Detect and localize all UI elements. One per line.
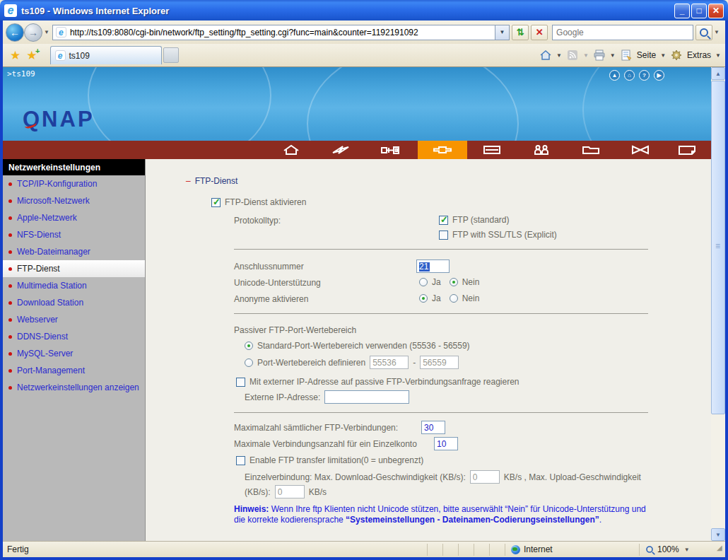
ftp-settings-form: –FTP-Dienst FTP-Dienst aktivieren Protok… (146, 159, 711, 541)
zoom-control[interactable]: 100% ▼ (639, 544, 717, 556)
divider (234, 412, 648, 413)
zoom-dropdown-icon[interactable]: ▼ (684, 547, 690, 553)
gear-icon[interactable] (670, 49, 683, 61)
url-text[interactable]: http://ts109:8080/cgi-bin/network/ftp_se… (70, 28, 418, 37)
bullet-icon (8, 352, 12, 356)
help-icon[interactable]: ? (639, 70, 650, 81)
passive-define-radio[interactable] (245, 358, 253, 367)
collapse-icon[interactable]: – (186, 176, 191, 186)
refresh-button[interactable]: ⇅ (512, 25, 529, 40)
bullet-icon (8, 318, 12, 322)
seite-label[interactable]: Seite (637, 50, 656, 60)
passive-from-input[interactable] (370, 356, 409, 369)
sidebar-item-mysql[interactable]: MySQL-Server (3, 345, 145, 362)
new-tab-button[interactable] (163, 47, 179, 63)
add-favorite-icon[interactable]: ★ (26, 48, 37, 63)
back-button[interactable]: ← (6, 23, 24, 42)
unicode-label: Unicode-Unterstützung (234, 278, 321, 288)
tab-favicon: e (55, 50, 66, 61)
bullet-icon (8, 267, 12, 271)
page-viewport: >ts109 QNAP ▲ ⌂ ? ▶ (3, 67, 725, 541)
vertical-scrollbar[interactable]: ▲ ▼ (711, 67, 725, 541)
next-icon[interactable]: ▶ (654, 70, 664, 81)
ftp-standard-checkbox[interactable] (439, 216, 448, 225)
nav-network-icon[interactable] (418, 141, 467, 159)
ftp-ssl-checkbox[interactable] (439, 231, 448, 240)
search-dropdown-icon[interactable]: ▼ (714, 29, 720, 35)
address-bar[interactable]: e http://ts109:8080/cgi-bin/network/ftp_… (52, 25, 495, 40)
history-dropdown-icon[interactable]: ▼ (44, 29, 49, 35)
print-dropdown-icon[interactable]: ▼ (610, 52, 616, 59)
sidebar-item-shownetwork[interactable]: Netzwerkeinstellungen anzeigen (3, 379, 145, 396)
logout-icon[interactable]: ▲ (609, 70, 620, 81)
nav-hardware-icon[interactable] (467, 141, 517, 159)
limit-upload-input[interactable] (275, 485, 305, 498)
tab-ts109[interactable]: e ts109 (50, 46, 162, 64)
search-button[interactable] (695, 25, 712, 40)
sidebar-item-portmgmt[interactable]: Port-Management (3, 362, 145, 379)
address-dropdown-icon[interactable]: ▼ (495, 25, 510, 40)
scroll-up-icon[interactable]: ▲ (711, 67, 725, 80)
close-button[interactable]: ✕ (708, 4, 724, 18)
sidebar-item-webserver[interactable]: Webserver (3, 311, 145, 328)
status-segment (489, 544, 505, 556)
port-input[interactable] (416, 259, 450, 273)
forward-button[interactable]: → (24, 23, 42, 42)
max-all-input[interactable] (421, 421, 445, 434)
external-ip-checkbox[interactable] (236, 378, 245, 387)
transfer-limit-checkbox[interactable] (236, 456, 245, 465)
sidebar-item-nfs[interactable]: NFS-Dienst (3, 226, 145, 243)
print-icon[interactable] (593, 49, 606, 61)
nav-quick-config-icon[interactable] (316, 141, 365, 159)
resize-grip[interactable]: ◢ (717, 544, 725, 556)
home-icon[interactable] (539, 49, 552, 61)
zone-label: Internet (524, 544, 553, 554)
window-border (0, 21, 3, 557)
nav-system-tools-icon[interactable] (365, 141, 415, 159)
nav-home-icon[interactable] (266, 141, 316, 159)
external-ip-input[interactable] (324, 390, 409, 404)
sidebar-item-download[interactable]: Download Station (3, 294, 145, 311)
nav-backup-icon[interactable] (662, 141, 712, 159)
favorites-icon[interactable]: ★ (10, 48, 20, 63)
home-portal-icon[interactable]: ⌂ (624, 70, 635, 81)
sidebar-item-ddns[interactable]: DDNS-Dienst (3, 328, 145, 345)
sidebar-item-webfile[interactable]: Web-Dateimanager (3, 243, 145, 260)
unicode-yes-radio[interactable] (419, 278, 428, 286)
nav-services-icon[interactable] (616, 141, 665, 159)
nav-shares-icon[interactable] (566, 141, 616, 159)
sidebar-item-tcpip[interactable]: TCP/IP-Konfiguration (3, 175, 145, 192)
sidebar-item-microsoft[interactable]: Microsoft-Netzwerk (3, 192, 145, 209)
external-ip-label: Externe IP-Adresse: (245, 392, 320, 402)
sidebar-item-multimedia[interactable]: Multimedia Station (3, 277, 145, 294)
external-ip-check-label: Mit externer IP-Adresse auf passive FTP-… (249, 377, 519, 387)
bullet-icon (8, 301, 12, 305)
scroll-down-icon[interactable]: ▼ (711, 528, 725, 541)
maximize-button[interactable]: □ (691, 4, 707, 18)
page-icon-toolbar[interactable] (620, 49, 633, 61)
feeds-dropdown-icon: ▼ (583, 52, 589, 59)
sidebar-item-apple[interactable]: Apple-Netzwerk (3, 209, 145, 226)
passive-standard-label: Standard-Port-Wertebereich verwenden (55… (257, 341, 470, 351)
minimize-button[interactable]: _ (674, 4, 690, 18)
sidebar-item-ftp[interactable]: FTP-Dienst (3, 260, 145, 277)
enable-ftp-checkbox[interactable] (211, 198, 221, 207)
extras-dropdown-icon[interactable]: ▼ (715, 52, 721, 59)
home-dropdown-icon[interactable]: ▼ (556, 52, 562, 59)
passive-title: Passiver FTP-Port-Wertebereich (234, 325, 356, 335)
passive-standard-radio[interactable] (245, 342, 253, 350)
stop-button[interactable]: ✕ (531, 25, 548, 40)
search-input[interactable] (556, 28, 689, 37)
limit-download-input[interactable] (470, 470, 500, 484)
extras-label[interactable]: Extras (687, 50, 711, 60)
title-bar[interactable]: e ts109 - Windows Internet Explorer _ □ … (0, 0, 728, 21)
nav-users-icon[interactable] (517, 141, 566, 159)
max-single-input[interactable] (434, 437, 458, 450)
search-box[interactable] (552, 25, 693, 40)
anonymous-yes-radio[interactable] (419, 294, 428, 303)
unicode-no-radio[interactable] (450, 278, 458, 286)
passive-to-input[interactable] (420, 356, 459, 369)
seite-dropdown-icon[interactable]: ▼ (660, 52, 666, 59)
scrollbar-thumb[interactable] (711, 81, 725, 414)
anonymous-no-radio[interactable] (450, 294, 458, 303)
